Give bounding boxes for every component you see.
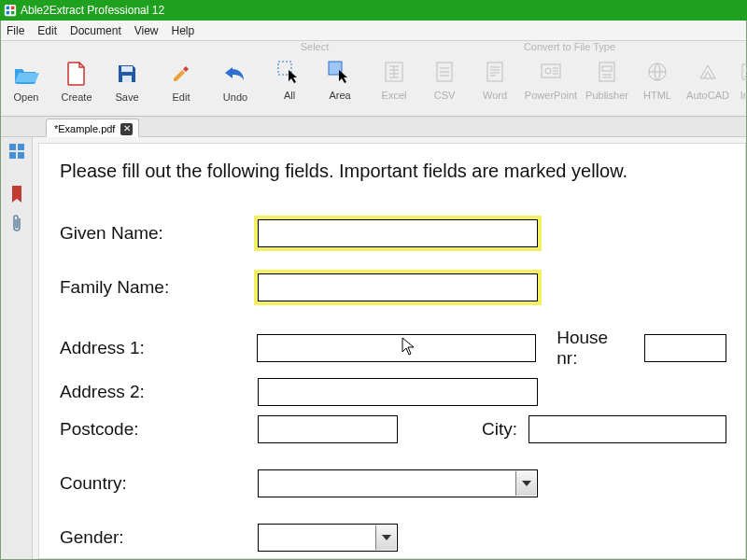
csv-button: CSV [419,54,470,112]
gender-label: Gender: [60,527,258,548]
bookmark-button[interactable] [7,184,27,204]
menu-bar: File Edit Document View Help [1,21,746,41]
city-label: City: [482,419,529,440]
house-nr-field[interactable] [644,334,726,362]
address2-field[interactable] [258,378,538,406]
document-tab[interactable]: *Example.pdf ✕ [46,119,139,137]
select-all-cursor-icon [276,60,303,84]
svg-rect-1 [7,7,10,10]
excel-button: Excel [369,54,419,112]
app-logo-icon [4,4,17,17]
autocad-icon [695,60,721,84]
svg-rect-21 [9,152,16,159]
family-name-field[interactable] [258,273,538,301]
postcode-field[interactable] [258,415,398,443]
attachment-button[interactable] [7,214,27,234]
new-doc-icon [63,62,90,86]
save-icon [114,62,140,86]
svg-rect-11 [487,63,502,81]
svg-rect-20 [18,144,24,150]
svg-rect-19 [9,144,16,150]
publisher-button: Publisher [582,54,632,112]
create-button[interactable]: Create [51,56,102,114]
app-title: Able2Extract Professional 12 [21,4,164,17]
svg-rect-5 [121,66,133,72]
tab-title: *Example.pdf [54,123,115,134]
publisher-icon [594,60,620,84]
folder-open-icon [13,62,39,86]
image-button: Imag [733,54,747,112]
undo-button[interactable]: Undo [210,56,261,114]
postcode-label: Postcode: [60,419,258,440]
powerpoint-icon [538,60,564,84]
select-area-cursor-icon [327,60,353,84]
title-bar: Able2Extract Professional 12 [0,0,747,21]
select-all-button[interactable]: All [264,54,315,112]
edit-button[interactable]: Edit [156,56,206,114]
svg-rect-22 [18,152,24,159]
chevron-down-icon [375,525,396,550]
document-page: Please fill out the following fields. Im… [38,143,746,559]
html-button: HTML [632,54,683,112]
svg-rect-2 [11,7,15,10]
select-area-button[interactable]: Area [315,54,365,112]
pencil-icon [168,62,194,86]
svg-rect-6 [122,76,132,82]
address2-label: Address 2: [60,382,258,402]
family-name-label: Family Name: [60,277,258,298]
country-label: Country: [60,473,258,494]
city-field[interactable] [529,415,726,443]
form-instruction: Please fill out the following fields. Im… [60,161,726,182]
image-icon [739,60,747,84]
svg-rect-4 [11,11,15,15]
address1-field[interactable] [257,334,536,362]
chevron-down-icon [515,471,536,496]
save-button[interactable]: Save [102,56,152,114]
svg-rect-15 [602,66,612,71]
given-name-field[interactable] [258,219,538,247]
menu-edit[interactable]: Edit [37,24,57,37]
undo-icon [222,62,248,86]
house-nr-label: House nr: [557,328,633,369]
menu-view[interactable]: View [134,24,159,37]
html-icon [644,60,670,84]
menu-document[interactable]: Document [70,24,121,37]
thumbnails-button[interactable] [7,141,27,161]
svg-rect-3 [7,11,10,15]
tab-strip: *Example.pdf ✕ [1,117,746,137]
word-button: Word [470,54,520,112]
toolbar: Open Create Save [1,41,746,117]
convert-group-label: Convert to File Type [369,41,747,54]
csv-icon [431,60,458,84]
menu-file[interactable]: File [7,24,24,37]
word-icon [482,60,508,84]
country-select[interactable] [258,469,538,497]
open-button[interactable]: Open [1,56,51,114]
autocad-button: AutoCAD [683,54,733,112]
excel-icon [381,60,407,84]
svg-point-13 [545,68,551,74]
select-group-label: Select [264,41,365,54]
tab-close-icon[interactable]: ✕ [120,123,133,135]
svg-rect-14 [599,63,614,81]
gender-select[interactable] [258,524,398,552]
side-toolbar [1,137,33,559]
menu-help[interactable]: Help [172,24,195,37]
powerpoint-button: PowerPoint [520,54,582,112]
given-name-label: Given Name: [60,223,258,244]
address1-label: Address 1: [60,338,257,358]
